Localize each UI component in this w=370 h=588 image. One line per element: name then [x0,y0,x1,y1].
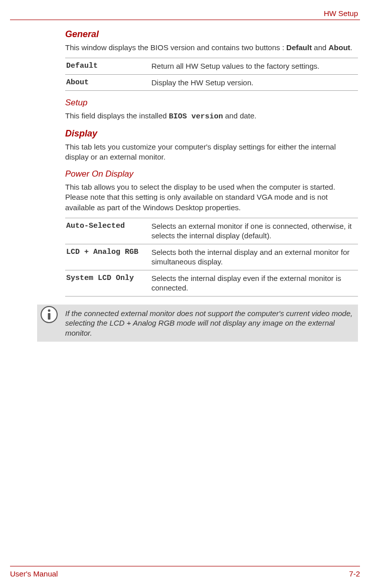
term: Default [65,58,150,75]
desc: Display the HW Setup version. [150,74,358,91]
text: . [350,43,352,52]
table-row: About Display the HW Setup version. [65,74,358,91]
svg-point-1 [48,309,51,312]
footer-right: 7-2 [349,569,360,578]
general-intro: This window displays the BIOS version an… [65,43,358,53]
term: About [65,74,150,91]
table-row: Default Return all HW Setup values to th… [65,58,358,75]
mono-bios-version: BIOS version [169,112,223,121]
note: If the connected external monitor does n… [37,305,358,342]
table-row: System LCD Only Selects the internal dis… [65,270,358,296]
bold-default: Default [286,43,312,52]
desc: Selects the internal display even if the… [150,270,358,296]
page: HW Setup General This window displays th… [0,0,370,588]
header-rule [10,20,360,20]
table-row: LCD + Analog RGB Selects both the intern… [65,244,358,270]
desc: Selects both the internal display and an… [150,244,358,270]
term: LCD + Analog RGB [65,244,150,270]
footer-left: User's Manual [10,569,58,578]
note-text: If the connected external monitor does n… [37,305,358,342]
content: General This window displays the BIOS ve… [65,29,358,342]
desc: Return all HW Setup values to the factor… [150,58,358,75]
footer-rule [10,566,360,566]
table-row: Auto-Selected Selects an external monito… [65,218,358,244]
text: and [312,43,328,52]
bold-about: About [328,43,350,52]
footer-row: User's Manual 7-2 [10,569,360,578]
heading-setup: Setup [65,98,358,108]
desc: Selects an external monitor if one is co… [150,218,358,244]
term: Auto-Selected [65,218,150,244]
heading-general: General [65,29,358,40]
info-icon [40,306,58,324]
text: This window displays the BIOS version an… [65,43,286,52]
general-table: Default Return all HW Setup values to th… [65,58,358,91]
heading-power-on-display: Power On Display [65,169,358,179]
svg-rect-2 [48,313,51,320]
text: and date. [223,111,257,120]
setup-text: This field displays the installed BIOS v… [65,111,358,122]
heading-display: Display [65,128,358,139]
text: This field displays the installed [65,111,169,120]
display-text: This tab lets you customize your compute… [65,142,358,163]
power-on-display-table: Auto-Selected Selects an external monito… [65,218,358,297]
header-title: HW Setup [10,9,360,18]
power-on-display-text: This tab allows you to select the displa… [65,182,358,213]
footer: User's Manual 7-2 [10,566,360,578]
term: System LCD Only [65,270,150,296]
